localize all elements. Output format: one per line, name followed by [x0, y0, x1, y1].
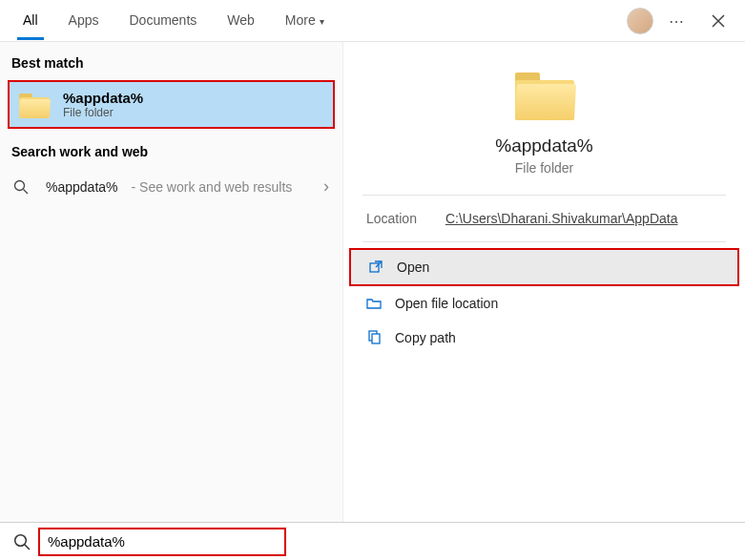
tab-documents[interactable]: Documents: [114, 2, 212, 39]
web-search-result[interactable]: %appdata% - See work and web results ›: [0, 167, 342, 206]
result-text: %appdata% File folder: [63, 90, 143, 119]
location-label: Location: [366, 211, 417, 226]
chevron-down-icon: ▾: [320, 16, 324, 27]
result-subtitle: File folder: [63, 106, 143, 119]
search-input-wrap[interactable]: [38, 528, 286, 556]
search-bar: [0, 522, 745, 560]
svg-line-1: [24, 189, 29, 194]
more-options-button[interactable]: ⋯: [661, 6, 692, 36]
section-search-work-web: Search work and web: [0, 131, 342, 167]
preview-subtitle: File folder: [362, 160, 726, 176]
folder-open-icon: [366, 296, 382, 311]
folder-icon: [515, 69, 574, 120]
user-avatar[interactable]: [627, 8, 653, 34]
search-icon: [13, 179, 32, 195]
preview-title: %appdata%: [362, 135, 726, 156]
action-open[interactable]: Open: [349, 248, 739, 286]
svg-point-0: [15, 180, 25, 190]
tab-more[interactable]: More▾: [270, 2, 340, 39]
svg-rect-4: [372, 334, 380, 343]
result-title: %appdata%: [63, 90, 143, 106]
svg-point-5: [15, 534, 27, 546]
web-result-query: %appdata%: [46, 179, 118, 195]
action-copy-path[interactable]: Copy path: [349, 321, 739, 355]
action-copy-path-label: Copy path: [395, 330, 456, 345]
tab-all[interactable]: All: [8, 2, 53, 39]
section-best-match: Best match: [0, 42, 342, 78]
action-list: Open Open file location Copy path: [343, 242, 745, 361]
results-left-column: Best match %appdata% File folder Search …: [0, 42, 343, 522]
tab-more-label: More: [285, 12, 316, 28]
location-row: Location C:\Users\Dharani.Shivakumar\App…: [343, 196, 745, 241]
action-open-file-location-label: Open file location: [395, 296, 498, 311]
results-area: Best match %appdata% File folder Search …: [0, 42, 745, 522]
close-button[interactable]: [699, 2, 737, 40]
best-match-result[interactable]: %appdata% File folder: [8, 80, 335, 129]
folder-icon: [19, 92, 50, 118]
close-icon: [712, 14, 725, 28]
chevron-right-icon: ›: [323, 176, 329, 197]
action-open-file-location[interactable]: Open file location: [349, 286, 739, 321]
search-tabs: All Apps Documents Web More▾ ⋯: [0, 0, 745, 42]
tab-apps[interactable]: Apps: [53, 2, 114, 39]
search-input[interactable]: [48, 533, 277, 550]
tab-web[interactable]: Web: [212, 2, 270, 39]
open-icon: [368, 259, 383, 275]
svg-rect-2: [370, 263, 379, 272]
web-result-hint: - See work and web results: [132, 179, 293, 195]
location-path[interactable]: C:\Users\Dharani.Shivakumar\AppData: [445, 211, 678, 226]
svg-line-6: [25, 545, 30, 550]
action-open-label: Open: [397, 259, 429, 275]
preview-pane: %appdata% File folder Location C:\Users\…: [343, 42, 745, 522]
copy-icon: [366, 330, 382, 345]
search-icon: [6, 533, 38, 550]
